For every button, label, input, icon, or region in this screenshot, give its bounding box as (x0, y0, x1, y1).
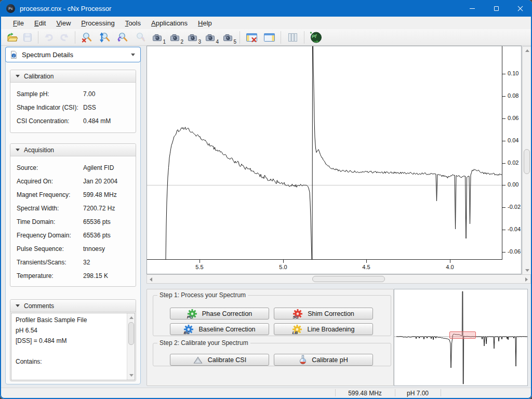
x-tick-label: 5.5 (189, 264, 210, 270)
close-button[interactable] (508, 0, 532, 17)
acquisition-header[interactable]: Acquisition (10, 144, 136, 156)
calibration-header[interactable]: Calibration (10, 70, 136, 83)
calibrate-csi-button[interactable]: Calibrate CSI (170, 354, 269, 366)
row-label: Temperature: (17, 272, 83, 280)
snapshot-5-button[interactable]: 5 (219, 30, 237, 45)
processing-steps-panel: Step 1: Process your Spectrum PC Phase C… (147, 289, 394, 386)
snapshot-4-button[interactable]: 4 (202, 30, 219, 45)
minimize-button[interactable] (460, 0, 484, 17)
toolbar-separator (240, 31, 240, 44)
columns-layout-button[interactable] (284, 30, 301, 45)
row-value: tnnoesy (83, 245, 105, 252)
comments-header[interactable]: Comments (10, 300, 136, 312)
zoom-undo-icon (117, 32, 128, 43)
comments-scrollbar[interactable] (127, 313, 135, 380)
menu-edit[interactable]: Edit (30, 18, 50, 29)
view-region-highlight[interactable] (449, 331, 476, 339)
undo-button (41, 30, 57, 45)
step2-legend: Step 2: Calibrate your Spectrum (157, 339, 250, 347)
comments-textarea[interactable]: Profiler Basic Sample File pH 6.54 [DSS]… (11, 313, 135, 380)
menu-processing[interactable]: Processing (76, 18, 119, 29)
detail-row: Transients/Scans:32 (10, 256, 136, 269)
close-panel-icon (246, 32, 258, 43)
x-tick-label: 4.0 (440, 264, 460, 270)
show-panel-button[interactable] (260, 30, 278, 45)
camera-number: 1 (163, 39, 166, 45)
panel-selector-combobox[interactable]: i Spectrum Details (5, 47, 141, 62)
acquisition-title: Acquisition (24, 147, 54, 154)
scroll-left-icon[interactable] (150, 277, 152, 282)
row-label: CSI Concentration: (17, 117, 83, 125)
zoom-vertical-button[interactable] (96, 30, 113, 45)
open-file-button[interactable] (4, 30, 20, 45)
menu-applications[interactable]: Applications (147, 18, 192, 29)
shim-correction-button[interactable]: SC Shim Correction (274, 308, 373, 320)
row-label: Time Domain: (17, 218, 83, 225)
row-value: 7.00 (83, 90, 95, 98)
scroll-down-icon[interactable] (525, 269, 529, 272)
snapshot-2-button[interactable]: 2 (166, 30, 184, 45)
y-tick (502, 74, 506, 74)
scrollbar-thumb[interactable] (524, 149, 530, 174)
menu-view[interactable]: View (51, 18, 75, 29)
acquisition-group: Acquisition Source:Agilent FID Acquired … (10, 143, 136, 287)
button-label: Calibrate pH (312, 356, 348, 364)
spectrum-overview-panel[interactable] (394, 289, 528, 386)
zoom-undo-button[interactable] (113, 30, 131, 45)
camera-number: 5 (233, 39, 236, 45)
maximize-button[interactable] (484, 0, 508, 17)
calibration-title: Calibration (24, 73, 54, 80)
snapshot-3-button[interactable]: 3 (184, 30, 202, 45)
x-tick-label: 5.0 (273, 264, 294, 270)
row-label: Shape Indicator (CSI): (17, 104, 83, 111)
horizontal-scrollbar[interactable] (147, 274, 531, 284)
row-value: 65536 pts (83, 218, 111, 225)
window-title: processor.cnx - cNx Processor (20, 5, 111, 12)
columns-icon (287, 32, 299, 43)
detail-row: Pulse Sequence:tnnoesy (10, 242, 136, 256)
step1-legend: Step 1: Process your Spectrum (157, 291, 248, 299)
vertical-scrollbar[interactable] (522, 46, 531, 275)
scrollbar-thumb[interactable] (128, 322, 134, 345)
profiler-button[interactable]: Pf (307, 30, 325, 45)
camera-icon (152, 33, 163, 42)
peak-triangle-icon (193, 355, 203, 365)
row-value: Jan 20 2004 (83, 178, 117, 185)
row-value: 599.48 MHz (83, 191, 117, 198)
status-ph: pH 7.00 (395, 388, 441, 398)
calibrate-ph-button[interactable]: Calibrate pH (274, 354, 373, 366)
collapse-triangle-icon (16, 75, 20, 77)
scroll-down-icon[interactable] (129, 374, 134, 377)
camera-icon (188, 33, 198, 42)
detail-row: Sample pH:7.00 (10, 87, 136, 101)
camera-number: 2 (180, 39, 183, 45)
x-tick (450, 260, 450, 263)
snapshot-1-button[interactable]: 1 (149, 30, 166, 45)
row-value: 7200.72 Hz (83, 205, 115, 212)
y-tick (502, 163, 506, 164)
collapse-triangle-icon (16, 149, 20, 151)
button-label: Line Broadening (307, 326, 354, 333)
phase-correction-button[interactable]: PC Phase Correction (170, 308, 269, 320)
scroll-right-icon[interactable] (525, 277, 528, 282)
svg-text:i: i (13, 53, 14, 58)
app-icon: Pc (6, 4, 15, 13)
spectrum-canvas[interactable]: 0.10 0.08 0.06 0.04 0.02 0.00 -0.02 -0.0… (147, 46, 522, 274)
scroll-up-icon[interactable] (525, 49, 529, 52)
row-value: 0.484 mM (83, 117, 111, 125)
line-broadening-button[interactable]: LB Line Broadening (274, 323, 373, 335)
zoom-clear-button[interactable] (78, 30, 96, 45)
toolbar: 1 2 3 4 5 (1, 29, 531, 46)
comment-line: pH 6.54 (11, 325, 126, 336)
menu-tools[interactable]: Tools (121, 18, 145, 29)
baseline-correction-button[interactable]: BC Baseline Correction (170, 323, 269, 335)
x-tick-label: 4.5 (356, 264, 377, 270)
row-value: 65536 pts (83, 232, 111, 239)
show-panel-icon (263, 32, 275, 43)
scrollbar-thumb[interactable] (312, 276, 385, 282)
close-panel-button[interactable] (243, 30, 260, 45)
scroll-up-icon[interactable] (129, 316, 134, 319)
menu-help[interactable]: Help (193, 18, 217, 29)
menu-file[interactable]: File (8, 18, 29, 29)
row-value: Agilent FID (83, 164, 114, 171)
